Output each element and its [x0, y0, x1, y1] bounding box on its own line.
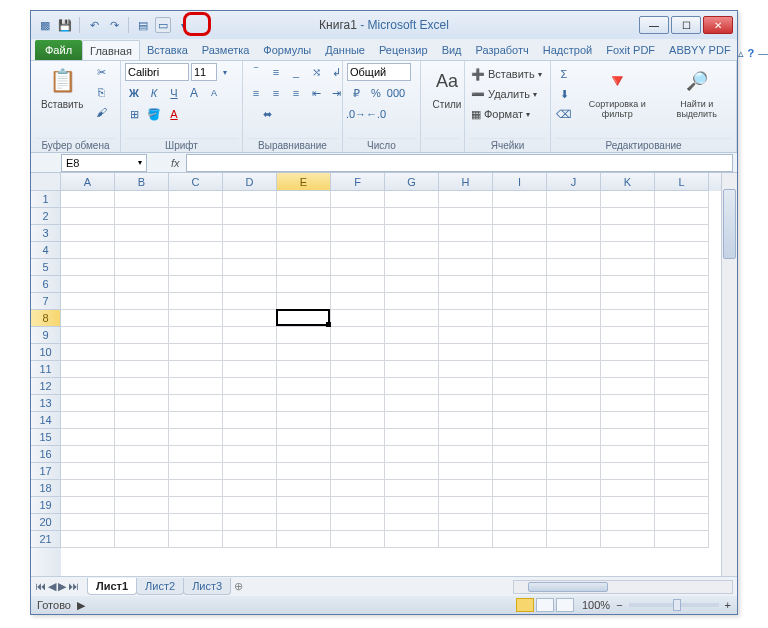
row-header[interactable]: 21 [31, 531, 61, 548]
undo-icon[interactable]: ↶ [86, 17, 102, 33]
qat-dropdown-icon[interactable]: ▾ [175, 17, 191, 33]
align-left-icon[interactable]: ≡ [247, 84, 265, 102]
row-header[interactable]: 1 [31, 191, 61, 208]
sheet-first-icon[interactable]: ⏮ [35, 580, 46, 593]
percent-icon[interactable]: % [367, 84, 385, 102]
clear-icon[interactable]: ⌫ [555, 105, 573, 123]
row-header[interactable]: 2 [31, 208, 61, 225]
cell[interactable] [61, 446, 115, 463]
fx-icon[interactable]: fx [171, 157, 180, 169]
cell[interactable] [223, 327, 277, 344]
cell[interactable] [493, 463, 547, 480]
font-name-select[interactable] [125, 63, 189, 81]
cell[interactable] [277, 276, 331, 293]
cell[interactable] [223, 293, 277, 310]
font-size-select[interactable] [191, 63, 217, 81]
minimize-ribbon-icon[interactable]: ▵ [738, 47, 744, 60]
column-header[interactable]: G [385, 173, 439, 191]
cell[interactable] [115, 429, 169, 446]
cell[interactable] [493, 344, 547, 361]
cell[interactable] [61, 191, 115, 208]
decrease-indent-icon[interactable]: ⇤ [307, 84, 325, 102]
cell[interactable] [439, 480, 493, 497]
column-header[interactable]: K [601, 173, 655, 191]
sheet-next-icon[interactable]: ▶ [58, 580, 66, 593]
cell[interactable] [61, 463, 115, 480]
ribbon-tab-4[interactable]: Данные [318, 40, 372, 60]
qat-extra-icon-1[interactable]: ▤ [135, 17, 151, 33]
cell[interactable] [277, 412, 331, 429]
cell[interactable] [331, 480, 385, 497]
cell[interactable] [547, 191, 601, 208]
cell[interactable] [547, 361, 601, 378]
cell[interactable] [601, 395, 655, 412]
cell[interactable] [439, 446, 493, 463]
cell[interactable] [115, 531, 169, 548]
cell[interactable] [439, 293, 493, 310]
cell[interactable] [439, 242, 493, 259]
cell[interactable] [277, 497, 331, 514]
cell[interactable] [493, 514, 547, 531]
cell[interactable] [547, 208, 601, 225]
cell[interactable] [601, 225, 655, 242]
cell[interactable] [655, 480, 709, 497]
cell[interactable] [61, 310, 115, 327]
copy-icon[interactable]: ⎘ [92, 83, 110, 101]
sheet-last-icon[interactable]: ⏭ [68, 580, 79, 593]
cell[interactable] [331, 293, 385, 310]
cell[interactable] [169, 412, 223, 429]
cell[interactable] [385, 412, 439, 429]
cell[interactable] [223, 310, 277, 327]
cell[interactable] [277, 429, 331, 446]
cell[interactable] [655, 208, 709, 225]
cell[interactable] [223, 242, 277, 259]
shrink-font-icon[interactable]: A [205, 84, 223, 102]
cell[interactable] [385, 344, 439, 361]
column-header[interactable]: L [655, 173, 709, 191]
chevron-down-icon[interactable]: ▾ [138, 158, 142, 167]
border-icon[interactable]: ⊞ [125, 105, 143, 123]
cell[interactable] [277, 446, 331, 463]
horizontal-scrollbar[interactable] [513, 580, 733, 594]
row-header[interactable]: 9 [31, 327, 61, 344]
cell[interactable] [331, 412, 385, 429]
cell[interactable] [601, 327, 655, 344]
cell[interactable] [277, 514, 331, 531]
sheet-tab[interactable]: Лист3 [183, 578, 231, 595]
page-layout-view-button[interactable] [536, 598, 554, 612]
cell[interactable] [115, 310, 169, 327]
cell[interactable] [601, 191, 655, 208]
cell[interactable] [493, 242, 547, 259]
cell[interactable] [439, 514, 493, 531]
cell[interactable] [493, 310, 547, 327]
cell[interactable] [439, 412, 493, 429]
align-top-icon[interactable]: ‾ [247, 63, 265, 81]
cell[interactable] [331, 531, 385, 548]
cell[interactable] [493, 191, 547, 208]
cell[interactable] [439, 327, 493, 344]
cell[interactable] [169, 225, 223, 242]
ribbon-tab-9[interactable]: Foxit PDF [599, 40, 662, 60]
cell[interactable] [655, 344, 709, 361]
redo-icon[interactable]: ↷ [106, 17, 122, 33]
cell[interactable] [385, 191, 439, 208]
cell[interactable] [439, 531, 493, 548]
cell[interactable] [601, 378, 655, 395]
cell[interactable] [385, 225, 439, 242]
cell[interactable] [655, 446, 709, 463]
zoom-in-icon[interactable]: + [725, 599, 731, 611]
cell[interactable] [547, 497, 601, 514]
cell[interactable] [223, 361, 277, 378]
cell[interactable] [277, 310, 331, 327]
cell[interactable] [385, 429, 439, 446]
cell[interactable] [331, 310, 385, 327]
cell[interactable] [277, 480, 331, 497]
align-bottom-icon[interactable]: _ [287, 63, 305, 81]
macro-record-icon[interactable]: ▶ [77, 599, 85, 612]
row-header[interactable]: 15 [31, 429, 61, 446]
row-header[interactable]: 19 [31, 497, 61, 514]
cell[interactable] [223, 344, 277, 361]
column-header[interactable]: B [115, 173, 169, 191]
row-header[interactable]: 5 [31, 259, 61, 276]
column-header[interactable]: D [223, 173, 277, 191]
